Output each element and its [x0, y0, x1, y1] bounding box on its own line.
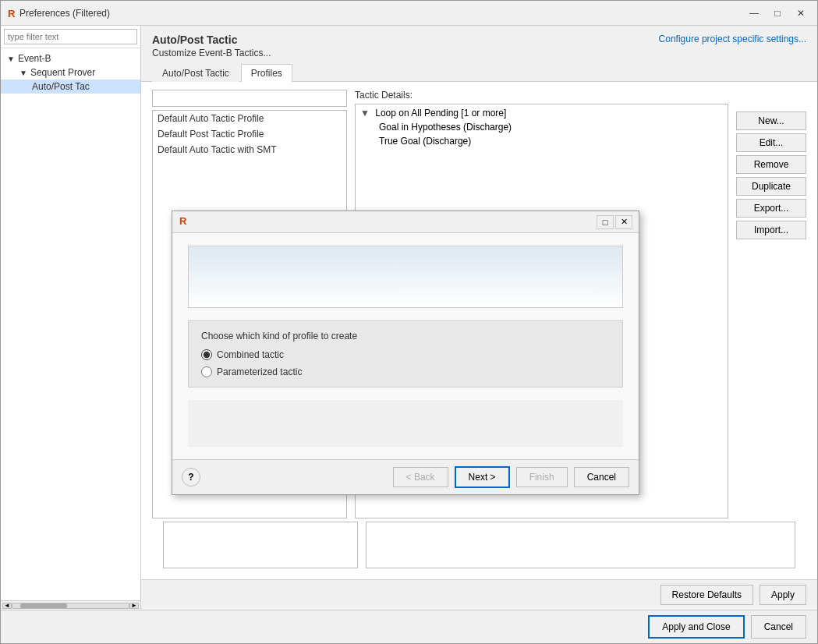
window-title: Preferences (Filtered) — [19, 8, 744, 19]
duplicate-button[interactable]: Duplicate — [736, 177, 806, 196]
svg-text:R: R — [8, 8, 16, 19]
modal-cancel-button[interactable]: Cancel — [574, 467, 629, 487]
import-button[interactable]: Import... — [736, 221, 806, 239]
panel-title: Auto/Post Tactic — [152, 34, 271, 46]
radio-group-title: Choose which kind of profile to create — [201, 331, 610, 341]
tree-item-label: Sequent Prover — [30, 67, 95, 78]
panel-header: Auto/Post Tactic Customize Event-B Tacti… — [141, 26, 817, 63]
close-button[interactable]: ✕ — [791, 5, 811, 21]
expand-arrow: ▼ — [7, 55, 15, 63]
minimize-button[interactable]: — — [744, 5, 764, 21]
config-link[interactable]: Configure project specific settings... — [659, 34, 806, 44]
scroll-left-btn[interactable]: ◄ — [2, 603, 12, 609]
final-bar: Apply and Close Cancel — [1, 610, 817, 643]
filter-input[interactable] — [4, 29, 137, 44]
panel-subtitle: Customize Event-B Tactics... — [152, 48, 271, 58]
radio-parameterized-label: Parameterized tactic — [217, 366, 302, 377]
radio-combined-input[interactable] — [201, 349, 212, 360]
modal-titlebar: R □ ✕ — [172, 211, 639, 233]
new-button[interactable]: New... — [736, 111, 806, 130]
profile-item-1[interactable]: Default Post Tactic Profile — [153, 126, 346, 142]
bottom-left-panel — [163, 522, 358, 568]
profile-item-0[interactable]: Default Auto Tactic Profile — [153, 111, 346, 126]
scroll-right-btn[interactable]: ► — [129, 603, 139, 609]
profile-item-2[interactable]: Default Auto Tactic with SMT — [153, 142, 346, 157]
modal-rodin-icon: R — [179, 214, 191, 229]
tactic-item-loop[interactable]: ▼ Loop on All Pending [1 or more] — [357, 106, 726, 120]
modal-close-btn[interactable]: ✕ — [615, 215, 632, 229]
edit-button[interactable]: Edit... — [736, 133, 806, 152]
modal-help-button[interactable]: ? — [182, 468, 200, 487]
modal-gradient — [189, 246, 622, 307]
expand-arrow-2: ▼ — [19, 69, 27, 77]
modal-top-area — [188, 246, 623, 308]
tab-autopost[interactable]: Auto/Post Tactic — [152, 64, 239, 82]
radio-parameterized[interactable]: Parameterized tactic — [201, 366, 610, 377]
tactic-item-goal[interactable]: Goal in Hypotheses (Discharge) — [357, 120, 726, 134]
modal-controls: □ ✕ — [597, 215, 632, 229]
restore-button[interactable]: □ — [767, 5, 788, 21]
apply-and-close-button[interactable]: Apply and Close — [648, 615, 744, 639]
tree-item-sequent[interactable]: ▼ Sequent Prover — [1, 65, 140, 80]
titlebar: R Preferences (Filtered) — □ ✕ — [1, 1, 817, 26]
profile-search-input[interactable] — [152, 90, 347, 107]
tree-item-label: Auto/Post Tac — [32, 81, 90, 92]
tactic-details-label: Tactic Details: — [355, 90, 728, 101]
tabs-bar: Auto/Post Tactic Profiles — [141, 63, 817, 82]
titlebar-controls: — □ ✕ — [744, 5, 811, 21]
sidebar-scrollbar: ◄ ► — [1, 600, 140, 610]
export-button[interactable]: Export... — [736, 199, 806, 218]
app-icon: R — [7, 7, 19, 19]
svg-text:R: R — [179, 215, 187, 227]
radio-combined[interactable]: Combined tactic — [201, 349, 610, 360]
scroll-track — [12, 603, 129, 609]
radio-combined-label: Combined tactic — [217, 349, 284, 360]
tab-profiles[interactable]: Profiles — [241, 64, 292, 82]
modal-content: Choose which kind of profile to create C… — [172, 233, 639, 459]
tree-item-label: Event-B — [18, 53, 51, 64]
next-button[interactable]: Next > — [455, 466, 510, 488]
back-button[interactable]: < Back — [393, 467, 448, 487]
sidebar-filter-area — [1, 26, 140, 48]
modal-bottom-space — [188, 400, 623, 447]
sidebar-tree: ▼ Event-B ▼ Sequent Prover Auto/Post Tac — [1, 48, 140, 600]
tree-item-autopost[interactable]: Auto/Post Tac — [1, 80, 140, 94]
tactic-item-true[interactable]: True Goal (Discharge) — [357, 134, 726, 148]
restore-defaults-button[interactable]: Restore Defaults — [660, 585, 753, 605]
indent-spacer: ▼ — [19, 67, 30, 78]
radio-group: Choose which kind of profile to create C… — [188, 320, 623, 387]
modal-minimize-btn[interactable]: □ — [597, 215, 614, 229]
bottom-area — [152, 518, 806, 571]
modal-footer: ? < Back Next > Finish Cancel — [172, 459, 639, 494]
tactic-arrow: ▼ — [360, 108, 370, 119]
cancel-button[interactable]: Cancel — [751, 615, 806, 639]
right-buttons: New... Edit... Remove Duplicate Export..… — [736, 90, 806, 518]
apply-button[interactable]: Apply — [760, 585, 806, 605]
bottom-bar: Restore Defaults Apply — [141, 579, 817, 610]
finish-button[interactable]: Finish — [516, 467, 568, 487]
tree-item-eventb[interactable]: ▼ Event-B — [1, 51, 140, 65]
bottom-right-panel — [366, 522, 795, 568]
radio-parameterized-input[interactable] — [201, 366, 212, 377]
scroll-thumb — [20, 603, 67, 608]
modal-dialog: R □ ✕ Choose which kind of profile to cr… — [172, 211, 639, 495]
sidebar: ▼ Event-B ▼ Sequent Prover Auto/Post Tac… — [1, 26, 141, 610]
remove-button[interactable]: Remove — [736, 155, 806, 174]
